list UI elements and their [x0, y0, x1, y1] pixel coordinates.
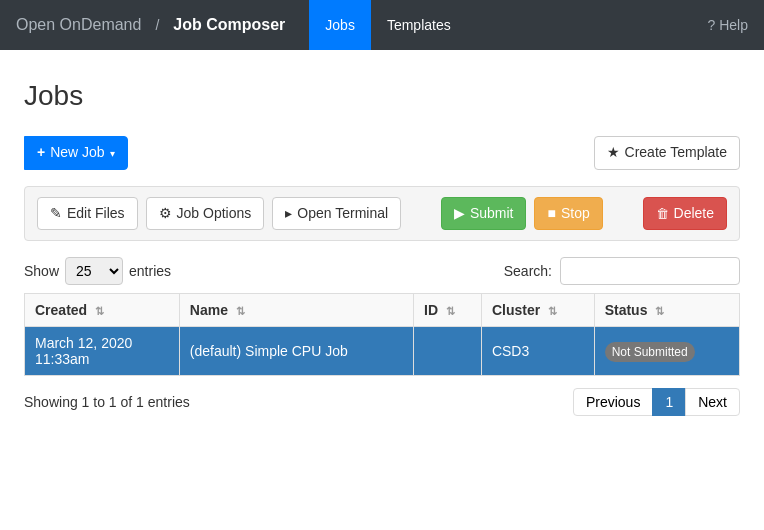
th-id[interactable]: ID ⇅: [414, 294, 482, 327]
trash-icon: [656, 204, 669, 224]
table-header-row: Created ⇅ Name ⇅ ID ⇅ Cluster ⇅ Status: [25, 294, 740, 327]
cell-cluster: CSD3: [481, 327, 594, 376]
navbar-right: Help: [707, 17, 748, 33]
table-row[interactable]: March 12, 2020 11:33am (default) Simple …: [25, 327, 740, 376]
th-cluster[interactable]: Cluster ⇅: [481, 294, 594, 327]
stop-button[interactable]: Stop: [534, 197, 602, 231]
status-badge: Not Submitted: [605, 342, 695, 362]
entries-select[interactable]: 10 25 50 100: [65, 257, 123, 285]
nav-link-jobs[interactable]: Jobs: [309, 0, 371, 50]
nav-link-templates[interactable]: Templates: [371, 0, 467, 50]
navbar: Open OnDemand / Job Composer Jobs Templa…: [0, 0, 764, 50]
table-body: March 12, 2020 11:33am (default) Simple …: [25, 327, 740, 376]
showing-text: Showing 1 to 1 of 1 entries: [24, 394, 190, 410]
question-icon: [707, 17, 715, 33]
table-controls: Show 10 25 50 100 entries Search:: [24, 257, 740, 285]
terminal-icon: [285, 204, 292, 224]
create-template-label: Create Template: [625, 143, 727, 163]
open-terminal-button[interactable]: Open Terminal: [272, 197, 401, 231]
sort-status-icon: ⇅: [655, 305, 664, 317]
app-title: Job Composer: [173, 16, 285, 34]
created-time: 11:33am: [35, 351, 169, 367]
sort-name-icon: ⇅: [236, 305, 245, 317]
submit-button[interactable]: Submit: [441, 197, 527, 231]
created-date: March 12, 2020: [35, 335, 169, 351]
help-link[interactable]: Help: [707, 17, 748, 33]
new-job-label: New Job: [50, 143, 104, 163]
sort-id-icon: ⇅: [446, 305, 455, 317]
jobs-table: Created ⇅ Name ⇅ ID ⇅ Cluster ⇅ Status: [24, 293, 740, 376]
search-group: Search:: [504, 257, 740, 285]
stop-icon: [547, 204, 555, 224]
th-id-label: ID: [424, 302, 438, 318]
next-button[interactable]: Next: [685, 388, 740, 416]
th-status[interactable]: Status ⇅: [594, 294, 739, 327]
new-job-button[interactable]: New Job: [24, 136, 128, 170]
help-label: Help: [719, 17, 748, 33]
action-row: Edit Files Job Options Open Terminal Sub…: [24, 186, 740, 242]
th-status-label: Status: [605, 302, 648, 318]
search-label: Search:: [504, 263, 552, 279]
create-template-button[interactable]: Create Template: [594, 136, 740, 170]
main-content: Jobs New Job Create Template Edit Files …: [0, 50, 764, 446]
submit-label: Submit: [470, 204, 514, 224]
edit-files-button[interactable]: Edit Files: [37, 197, 138, 231]
pagination: Previous 1 Next: [573, 388, 740, 416]
open-terminal-label: Open Terminal: [297, 204, 388, 224]
page-title: Jobs: [24, 80, 740, 112]
entries-label: entries: [129, 263, 171, 279]
cell-id: [414, 327, 482, 376]
th-name-label: Name: [190, 302, 228, 318]
cog-icon: [159, 204, 172, 224]
pagination-row: Showing 1 to 1 of 1 entries Previous 1 N…: [24, 388, 740, 416]
show-label: Show: [24, 263, 59, 279]
th-name[interactable]: Name ⇅: [179, 294, 413, 327]
edit-icon: [50, 204, 62, 224]
th-cluster-label: Cluster: [492, 302, 540, 318]
th-created[interactable]: Created ⇅: [25, 294, 180, 327]
table-head: Created ⇅ Name ⇅ ID ⇅ Cluster ⇅ Status: [25, 294, 740, 327]
stop-label: Stop: [561, 204, 590, 224]
cell-status: Not Submitted: [594, 327, 739, 376]
cell-name: (default) Simple CPU Job: [179, 327, 413, 376]
job-options-button[interactable]: Job Options: [146, 197, 265, 231]
sort-created-icon: ⇅: [95, 305, 104, 317]
toolbar-row: New Job Create Template: [24, 136, 740, 170]
page-1-button[interactable]: 1: [652, 388, 686, 416]
delete-button[interactable]: Delete: [643, 197, 727, 231]
th-created-label: Created: [35, 302, 87, 318]
nav-links: Jobs Templates: [309, 0, 466, 50]
search-input[interactable]: [560, 257, 740, 285]
previous-button[interactable]: Previous: [573, 388, 653, 416]
star-icon: [607, 143, 620, 163]
sort-cluster-icon: ⇅: [548, 305, 557, 317]
job-options-label: Job Options: [177, 204, 252, 224]
new-job-caret: [110, 143, 115, 163]
cell-created: March 12, 2020 11:33am: [25, 327, 180, 376]
app-brand[interactable]: Open OnDemand: [16, 16, 141, 34]
breadcrumb-separator: /: [155, 17, 159, 33]
delete-label: Delete: [674, 204, 714, 224]
show-entries-group: Show 10 25 50 100 entries: [24, 257, 171, 285]
plus-icon: [37, 143, 45, 163]
new-job-group: New Job: [24, 136, 128, 170]
edit-files-label: Edit Files: [67, 204, 125, 224]
play-icon: [454, 204, 465, 224]
